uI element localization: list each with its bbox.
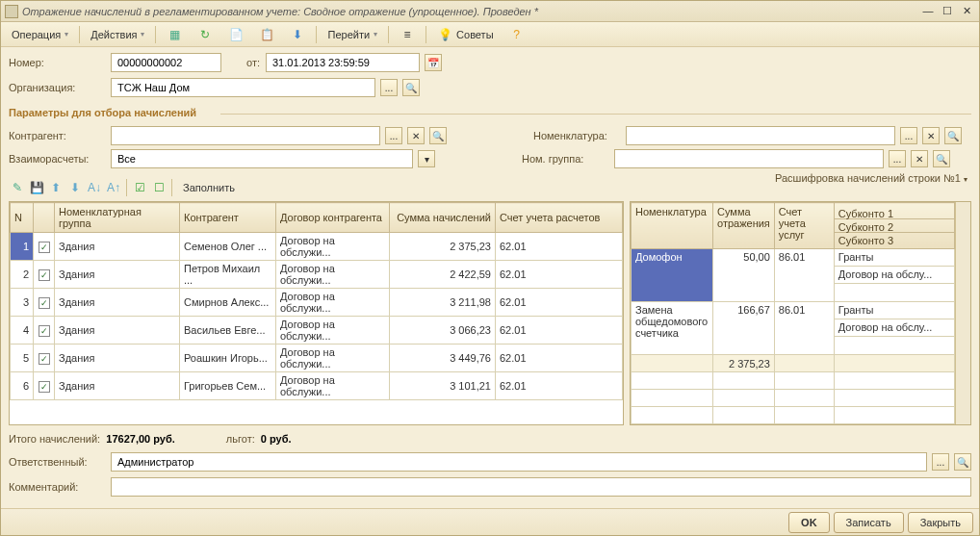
from-label: от: bbox=[246, 57, 260, 68]
settlements-field[interactable] bbox=[111, 149, 413, 168]
table-row[interactable]: 1✓ЗданияСеменов Олег ...Договор на обслу… bbox=[11, 233, 623, 261]
nomgroup-select[interactable]: ... bbox=[889, 150, 906, 167]
counterparty-field[interactable] bbox=[111, 126, 380, 145]
responsible-open[interactable]: 🔍 bbox=[954, 453, 971, 471]
tool-icon-2[interactable]: ↻ bbox=[191, 25, 219, 44]
org-select-button[interactable]: ... bbox=[380, 79, 398, 96]
comment-label: Комментарий: bbox=[9, 481, 105, 493]
maximize-button[interactable]: ☐ bbox=[939, 4, 956, 19]
grid-save-icon[interactable]: 💾 bbox=[28, 179, 45, 196]
ok-button[interactable]: OK bbox=[788, 512, 830, 533]
table-row[interactable]: 4✓ЗданияВасильев Евге...Договор на обслу… bbox=[11, 317, 623, 345]
main-toolbar: Операция▾ Действия▾ ▦ ↻ 📄 📋 ⬇ Перейти▾ ≡… bbox=[1, 22, 979, 47]
table-row[interactable]: 3✓ЗданияСмирнов Алекс...Договор на обслу… bbox=[11, 289, 623, 317]
nomenclature-label: Номенклатура: bbox=[533, 130, 620, 141]
grid-toolbar: ✎ 💾 ⬆ ⬇ A↓ A↑ ☑ ☐ Заполнить bbox=[9, 178, 624, 197]
app-icon bbox=[5, 5, 18, 18]
bottom-bar: OK Записать Закрыть bbox=[1, 508, 979, 535]
grid-uncheck-icon[interactable]: ☐ bbox=[150, 179, 168, 196]
grid-up-icon[interactable]: ⬆ bbox=[47, 179, 64, 196]
goto-menu[interactable]: Перейти▾ bbox=[321, 25, 384, 44]
date-picker-button[interactable]: 📅 bbox=[425, 54, 442, 71]
table-row[interactable]: 5✓ЗданияРоашкин Игорь...Договор на обслу… bbox=[11, 345, 623, 372]
close-button[interactable]: ✕ bbox=[958, 4, 975, 19]
counterparty-label: Контрагент: bbox=[9, 130, 105, 141]
left-grid[interactable]: NНоменклатурная группаКонтрагентДоговор … bbox=[9, 201, 624, 425]
titlebar: Отражение начислений в регламентированно… bbox=[1, 1, 979, 22]
number-label: Номер: bbox=[9, 57, 105, 68]
table-row[interactable]: Домофон50,0086.01ГрантыДоговор на обслу.… bbox=[632, 249, 955, 302]
counterparty-select[interactable]: ... bbox=[385, 127, 402, 144]
comment-field[interactable] bbox=[111, 477, 971, 497]
nomenclature-clear[interactable]: ✕ bbox=[922, 127, 940, 144]
settlements-drop[interactable]: ▾ bbox=[418, 150, 435, 167]
grid-edit-icon[interactable]: ✎ bbox=[9, 179, 26, 196]
settlements-label: Взаиморасчеты: bbox=[9, 153, 105, 165]
nomgroup-field[interactable] bbox=[614, 149, 884, 168]
right-grid-title: Расшифровка начислений строки №1 ▾ bbox=[630, 172, 971, 197]
tool-icon-5[interactable]: ⬇ bbox=[283, 25, 312, 44]
counterparty-clear[interactable]: ✕ bbox=[407, 127, 425, 144]
help-button[interactable]: ? bbox=[503, 25, 531, 44]
actions-menu[interactable]: Действия▾ bbox=[84, 25, 151, 44]
table-row[interactable]: Замена общедомового счетчика166,6786.01Г… bbox=[632, 302, 955, 355]
responsible-select[interactable]: ... bbox=[932, 453, 949, 471]
responsible-label: Ответственный: bbox=[9, 456, 105, 468]
nomenclature-open[interactable]: 🔍 bbox=[944, 127, 962, 144]
filters-title: Параметры для отбора начислений bbox=[9, 107, 971, 120]
tool-icon-1[interactable]: ▦ bbox=[160, 25, 189, 44]
number-field[interactable] bbox=[111, 53, 221, 72]
nomgroup-clear[interactable]: ✕ bbox=[911, 150, 928, 167]
grid-sort-asc-icon[interactable]: A↓ bbox=[86, 179, 103, 196]
app-window: Отражение начислений в регламентированно… bbox=[0, 0, 980, 536]
minimize-button[interactable]: — bbox=[919, 4, 937, 19]
window-title: Отражение начислений в регламентированно… bbox=[22, 6, 919, 17]
responsible-field[interactable] bbox=[111, 452, 927, 472]
tool-icon-6[interactable]: ≡ bbox=[393, 25, 422, 44]
nomgroup-label: Ном. группа: bbox=[522, 153, 608, 165]
org-label: Организация: bbox=[9, 82, 105, 93]
nomenclature-field[interactable] bbox=[626, 126, 895, 145]
grid-down-icon[interactable]: ⬇ bbox=[66, 179, 84, 196]
save-button[interactable]: Записать bbox=[834, 512, 904, 533]
nomgroup-open[interactable]: 🔍 bbox=[933, 150, 950, 167]
grid-check-icon[interactable]: ☑ bbox=[131, 179, 148, 196]
tips-button[interactable]: 💡Советы bbox=[430, 25, 500, 44]
close-window-button[interactable]: Закрыть bbox=[908, 512, 973, 533]
table-row[interactable]: 2✓ЗданияПетров Михаил ...Договор на обсл… bbox=[11, 261, 623, 289]
org-open-button[interactable]: 🔍 bbox=[402, 79, 420, 96]
date-field[interactable] bbox=[266, 53, 420, 72]
fill-button[interactable]: Заполнить bbox=[176, 178, 242, 197]
right-grid[interactable]: НоменклатураСумма отраженияСчет учета ус… bbox=[630, 201, 971, 425]
counterparty-open[interactable]: 🔍 bbox=[429, 127, 447, 144]
org-field[interactable] bbox=[111, 78, 375, 97]
nomenclature-select[interactable]: ... bbox=[900, 127, 917, 144]
operation-menu[interactable]: Операция▾ bbox=[5, 25, 75, 44]
grid-sort-desc-icon[interactable]: A↑ bbox=[105, 179, 122, 196]
totals-row: Итого начислений: 17627,00 руб. льгот: 0… bbox=[9, 429, 971, 448]
content-area: Номер: от: 📅 Организация: ... 🔍 Параметр… bbox=[1, 47, 979, 508]
right-scrollbar[interactable] bbox=[955, 202, 970, 424]
tool-icon-4[interactable]: 📋 bbox=[252, 25, 281, 44]
tool-icon-3[interactable]: 📄 bbox=[221, 25, 250, 44]
table-row[interactable]: 6✓ЗданияГригорьев Сем...Договор на обслу… bbox=[11, 372, 623, 400]
